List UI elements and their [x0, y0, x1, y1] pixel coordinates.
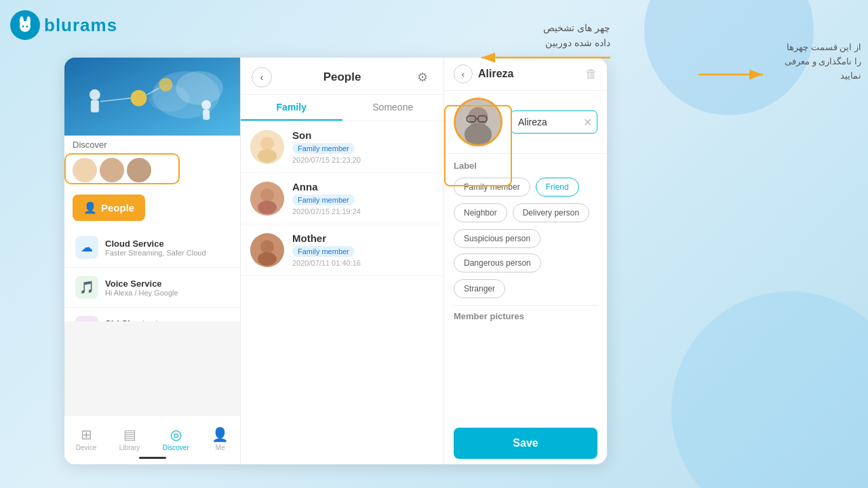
tab-someone[interactable]: Someone — [342, 95, 444, 121]
label-section: Label Family member Friend Neighbor Deli… — [444, 154, 607, 422]
me-icon: 👤 — [212, 426, 229, 443]
person-name-mother: Mother — [292, 232, 434, 244]
son-face — [250, 130, 284, 164]
sidebar-banner — [64, 58, 240, 136]
person-info-anna: Anna Family member 2020/07/15 21:19:24 — [292, 181, 434, 216]
person-date-anna: 2020/07/15 21:19:24 — [292, 207, 434, 216]
tab-family[interactable]: Family — [241, 95, 342, 121]
people-button-label: People — [101, 202, 134, 214]
svg-point-3 — [22, 26, 24, 28]
siri-icon: ⌘ — [75, 316, 98, 321]
voice-service-title: Voice Service — [105, 279, 178, 289]
thumbnail-row — [64, 154, 240, 188]
person-info-mother: Mother Family member 2020/07/11 01:40:16 — [292, 232, 434, 267]
person-main-photo[interactable] — [454, 98, 502, 146]
person-avatar-mother — [250, 233, 284, 267]
sidebar-item-siri[interactable]: ⌘ Siri Shortcuts Control your device wit… — [64, 308, 240, 321]
person-avatar-anna — [250, 182, 284, 216]
clear-input-button[interactable]: ✕ — [583, 116, 592, 129]
label-friend[interactable]: Friend — [536, 178, 579, 197]
person-item-mother[interactable]: Mother Family member 2020/07/11 01:40:16 — [241, 224, 443, 276]
svg-point-14 — [159, 78, 172, 92]
label-buttons-row3: Suspicious person Dangerous person — [454, 229, 597, 272]
annotation-left: چهر های تشخیص داده شده دوربین — [543, 20, 610, 51]
save-button[interactable]: Save — [454, 428, 597, 459]
right-panel: ‹ Alireza 🗑 ✕ — [444, 58, 607, 464]
anna-face — [250, 182, 284, 216]
nav-library[interactable]: ▤ Library — [114, 424, 146, 454]
label-section-title: Label — [454, 161, 597, 171]
annotation-right: از این قسمت چهرها را نامگذاری و معرفی نم… — [753, 41, 861, 83]
logo-text: blurams — [44, 15, 117, 36]
cloud-service-text: Cloud Service Faster Streaming, Safer Cl… — [105, 239, 206, 257]
svg-rect-12 — [91, 100, 99, 113]
logo-icon — [10, 10, 40, 40]
thumb-1 — [73, 158, 97, 182]
person-badge-anna: Family member — [292, 195, 355, 205]
cloud-service-title: Cloud Service — [105, 239, 206, 249]
person-name-son: Son — [292, 129, 434, 141]
middle-title: People — [272, 70, 412, 84]
label-neighbor[interactable]: Neighbor — [454, 203, 507, 222]
voice-icon: 🎵 — [75, 276, 98, 299]
detail-back-button[interactable]: ‹ — [454, 64, 473, 83]
rabbit-icon — [16, 16, 35, 35]
nav-discover[interactable]: ◎ Discover — [157, 424, 195, 454]
person-info-son: Son Family member 2020/07/15 21:23:20 — [292, 129, 434, 164]
label-buttons-row4: Stranger — [454, 279, 597, 298]
logo: blurams — [10, 10, 117, 40]
svg-point-17 — [201, 100, 211, 110]
label-buttons-row2: Neighbor Delivery person — [454, 203, 597, 222]
person-item-anna[interactable]: Anna Family member 2020/07/15 21:19:24 — [241, 173, 443, 224]
person-date-mother: 2020/07/11 01:40:16 — [292, 259, 434, 267]
label-buttons-row1: Family member Friend — [454, 178, 597, 197]
person-badge-son: Family member — [292, 143, 355, 154]
cloud-icon: ☁ — [75, 236, 98, 259]
detail-person-name: Alireza — [478, 68, 580, 80]
discover-icon: ◎ — [170, 426, 182, 443]
delete-button[interactable]: 🗑 — [585, 67, 597, 81]
label-family-member[interactable]: Family member — [454, 178, 530, 197]
app-container: Discover 👤 People ☁ Cloud Service Faster… — [64, 58, 607, 464]
thumb-3 — [127, 158, 151, 182]
svg-point-2 — [26, 16, 31, 26]
sidebar-item-cloud[interactable]: ☁ Cloud Service Faster Streaming, Safer … — [64, 228, 240, 268]
nav-me[interactable]: 👤 Me — [206, 424, 234, 454]
voice-service-sub: Hi Alexa / Hey Google — [105, 289, 178, 297]
bottom-navigation: ⊞ Device ▤ Library ◎ Discover 👤 Me — [64, 415, 240, 464]
label-dangerous-person[interactable]: Dangerous person — [454, 253, 541, 272]
settings-button[interactable]: ⚙ — [412, 67, 433, 87]
person-date-son: 2020/07/15 21:23:20 — [292, 156, 434, 164]
middle-header: ‹ People ⚙ — [241, 58, 443, 95]
person-badge-mother: Family member — [292, 246, 355, 257]
people-tabs: Family Someone — [241, 95, 443, 121]
sidebar: Discover 👤 People ☁ Cloud Service Faster… — [64, 58, 241, 464]
sidebar-item-voice[interactable]: 🎵 Voice Service Hi Alexa / Hey Google — [64, 268, 240, 308]
nav-discover-label: Discover — [163, 444, 189, 451]
member-pictures-title: Member pictures — [454, 311, 597, 321]
library-icon: ▤ — [123, 426, 136, 443]
alireza-face — [456, 98, 500, 146]
discover-area: Discover — [64, 136, 240, 154]
svg-point-24 — [258, 201, 277, 214]
svg-point-13 — [131, 90, 147, 106]
label-suspicious-person[interactable]: Suspicious person — [454, 229, 540, 248]
banner-illustration — [64, 58, 240, 136]
section-divider — [454, 305, 597, 306]
label-delivery-person[interactable]: Delivery person — [513, 203, 589, 222]
svg-point-1 — [20, 16, 24, 26]
nav-device[interactable]: ⊞ Device — [71, 424, 102, 454]
person-item-son[interactable]: Son Family member 2020/07/15 21:23:20 — [241, 121, 443, 173]
svg-point-26 — [260, 240, 274, 253]
cloud-service-sub: Faster Streaming, Safer Cloud — [105, 249, 206, 257]
svg-point-27 — [258, 252, 277, 266]
photo-area: ✕ — [444, 91, 607, 154]
people-button[interactable]: 👤 People — [73, 195, 145, 221]
nav-device-label: Device — [76, 444, 97, 451]
people-icon: 👤 — [83, 201, 97, 214]
label-stranger[interactable]: Stranger — [454, 279, 505, 298]
back-button[interactable]: ‹ — [252, 67, 272, 87]
discover-label[interactable]: Discover — [73, 140, 107, 150]
svg-point-30 — [465, 123, 492, 146]
people-list: Son Family member 2020/07/15 21:23:20 An… — [241, 121, 443, 464]
